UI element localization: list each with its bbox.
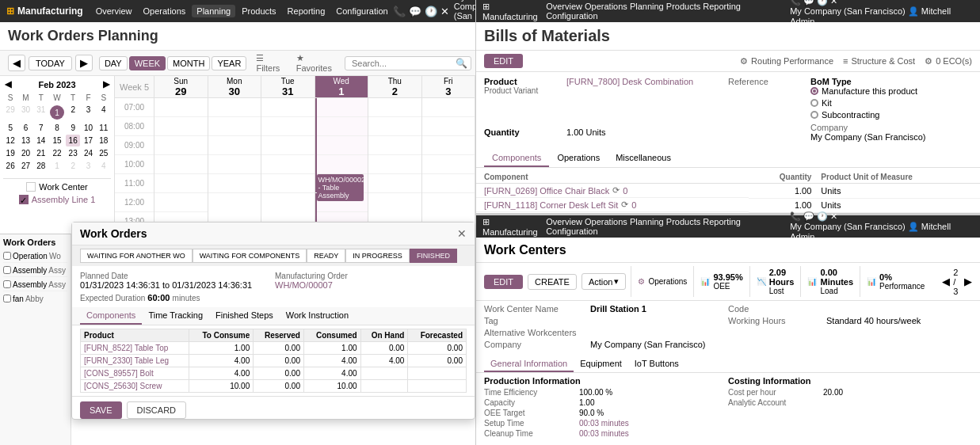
mini-cal-day[interactable]: 3 (81, 160, 95, 172)
mini-cal-day[interactable]: 18 (97, 135, 111, 146)
mo-value[interactable]: WH/MO/00007 (275, 280, 467, 290)
mini-cal-day[interactable]: 5 (3, 122, 17, 134)
status-ready[interactable]: READY (307, 249, 345, 263)
wc-nav-config[interactable]: Configuration (546, 226, 597, 236)
week-view-btn[interactable]: WEEK (129, 56, 166, 70)
mini-cal-day[interactable]: 15 (49, 135, 65, 146)
mini-cal-day[interactable]: 19 (3, 147, 17, 159)
month-view-btn[interactable]: MONTH (167, 56, 210, 70)
mini-cal-day[interactable]: 29 (3, 104, 17, 121)
metric-operations[interactable]: ⚙ Operations (631, 266, 693, 297)
mini-cal-day[interactable]: 13 (18, 135, 32, 146)
year-view-btn[interactable]: YEAR (212, 56, 246, 70)
wc-tab-general[interactable]: General Information (484, 356, 574, 372)
mini-cal-day[interactable]: 2 (66, 104, 80, 121)
radio-kit[interactable]: Kit (810, 98, 972, 108)
bom-close-icon[interactable]: ✕ (830, 0, 837, 6)
mini-cal-day[interactable]: 16 (66, 135, 80, 146)
mini-cal-day[interactable]: 2 (66, 160, 80, 172)
radio-manufacture[interactable]: Manufacture this product (810, 86, 972, 96)
tab-components[interactable]: Components (80, 307, 142, 325)
status-waiting-wo[interactable]: WAITING FOR ANOTHER WO (80, 249, 193, 263)
wc-create-btn[interactable]: CREATE (528, 274, 577, 290)
mini-cal-day[interactable]: 30 (18, 104, 32, 121)
bom-tab-operations[interactable]: Operations (549, 150, 608, 167)
discard-button[interactable]: DISCARD (127, 401, 187, 419)
wc-action-btn[interactable]: Action ▾ (582, 273, 627, 290)
mini-cal-day[interactable]: 8 (49, 122, 65, 134)
mini-cal-day[interactable]: 1 (49, 160, 65, 172)
day-col-wed[interactable]: Wed 1 (315, 76, 369, 98)
mini-cal-day[interactable]: 20 (18, 147, 32, 159)
bom-nav-reporting[interactable]: Reporting (703, 2, 741, 11)
bom-nav-config[interactable]: Configuration (546, 11, 597, 21)
tab-work-instruction[interactable]: Work Instruction (280, 307, 355, 325)
wc-edit-btn[interactable]: EDIT (484, 275, 523, 289)
mini-cal-day-today[interactable]: 1 (49, 104, 65, 121)
day-col-fri[interactable]: Fri 3 (422, 76, 476, 98)
favorites-label[interactable]: ★ Favorites (296, 53, 341, 73)
status-in-progress[interactable]: IN PROGRESS (345, 249, 410, 263)
day-view-btn[interactable]: DAY (99, 56, 128, 70)
search-input[interactable] (345, 56, 471, 70)
tab-finished-steps[interactable]: Finished Steps (209, 307, 280, 325)
day-col-thu[interactable]: Thu 2 (368, 76, 422, 98)
prev-wc-btn[interactable]: ◀ (942, 276, 950, 287)
wo-modal-close-btn[interactable]: ✕ (457, 227, 467, 240)
wc-nav-products[interactable]: Products (666, 217, 700, 226)
bom-nav-products[interactable]: Products (666, 2, 700, 11)
prev-month-btn[interactable]: ◀ (5, 79, 11, 89)
mini-cal-day[interactable]: 11 (97, 122, 111, 134)
wo-checkbox[interactable] (3, 295, 11, 302)
mini-cal-day[interactable]: 21 (34, 147, 48, 159)
routing-performance-link[interactable]: ⚙ Routing Performance (740, 56, 833, 67)
next-wc-btn[interactable]: ▶ (964, 276, 972, 287)
eco-link[interactable]: ⚙ 0 ECO(s) (925, 56, 972, 67)
next-btn[interactable]: ▶ (75, 55, 93, 71)
mini-cal-day[interactable]: 26 (3, 160, 17, 172)
bom-nav-operations[interactable]: Operations (585, 2, 627, 11)
mini-cal-day[interactable]: 9 (66, 122, 80, 134)
wo-checkbox[interactable] (3, 266, 11, 274)
structure-cost-link[interactable]: ≡ Structure & Cost (843, 56, 915, 66)
mini-cal-day[interactable]: 12 (3, 135, 17, 146)
status-waiting-comp[interactable]: WAITING FOR COMPONENTS (193, 249, 307, 263)
nav-overview-left[interactable]: Overview (91, 5, 137, 17)
wc-tab-equipment[interactable]: Equipment (574, 356, 628, 372)
mini-cal-day[interactable]: 4 (97, 104, 111, 121)
mini-cal-day[interactable]: 25 (97, 147, 111, 159)
status-finished[interactable]: FINISHED (410, 249, 457, 263)
nav-operations-left[interactable]: Operations (139, 5, 191, 17)
mini-cal-day[interactable]: 14 (34, 135, 48, 146)
mini-cal-day[interactable]: 28 (34, 160, 48, 172)
mini-cal-day[interactable]: 6 (18, 122, 32, 134)
wc-nav-planning[interactable]: Planning (630, 217, 664, 226)
mini-cal-day[interactable]: 22 (49, 147, 65, 159)
next-month-btn[interactable]: ▶ (103, 79, 109, 89)
day-col-mon[interactable]: Mon 30 (208, 76, 262, 98)
day-col-tue[interactable]: Tue 31 (261, 76, 315, 98)
comp-name[interactable]: [FURN_1118] Corner Desk Left Sit (484, 200, 618, 210)
mini-cal-day[interactable]: 27 (18, 160, 32, 172)
bom-tab-misc[interactable]: Miscellaneous (608, 150, 679, 167)
mini-cal-day[interactable]: 10 (81, 122, 95, 134)
calendar-event[interactable]: WH/MO/00002 - Table Assembly (317, 174, 364, 201)
mini-cal-day[interactable]: 31 (34, 104, 48, 121)
radio-subcontracting[interactable]: Subcontracting (810, 110, 972, 120)
bom-tab-components[interactable]: Components (484, 150, 549, 167)
checkbox-assembly[interactable]: ✓ (19, 195, 29, 204)
wo-checkbox[interactable] (3, 252, 11, 260)
wc-nav-reporting[interactable]: Reporting (703, 217, 741, 226)
mini-cal-day[interactable]: 23 (66, 147, 80, 159)
wc-nav-operations[interactable]: Operations (585, 217, 627, 226)
comp-name[interactable]: [FURN_0269] Office Chair Black (484, 186, 609, 196)
mini-cal-day[interactable]: 17 (81, 135, 95, 146)
bom-nav-planning[interactable]: Planning (630, 2, 664, 11)
bom-nav-overview[interactable]: Overview (546, 2, 582, 11)
product-value[interactable]: [FURN_7800] Desk Combination (566, 77, 725, 86)
save-button[interactable]: SAVE (80, 401, 122, 419)
prev-btn[interactable]: ◀ (8, 55, 25, 71)
wc-nav-overview[interactable]: Overview (546, 217, 582, 226)
nav-products-left[interactable]: Products (237, 5, 280, 17)
today-btn[interactable]: TODAY (29, 56, 72, 70)
